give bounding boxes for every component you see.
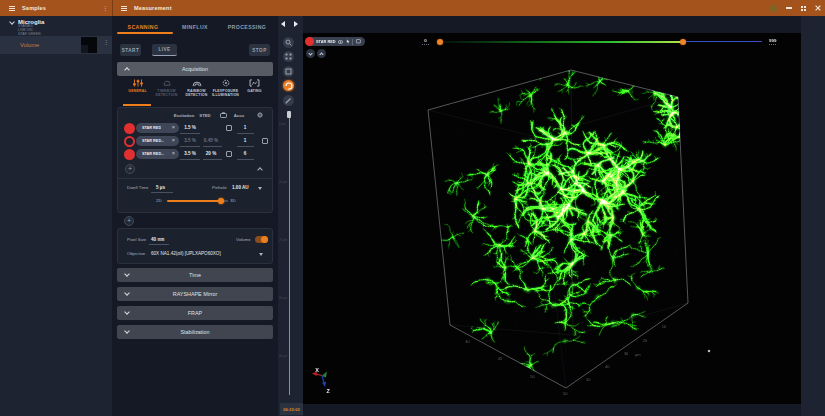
camera-checkbox[interactable] [226, 125, 232, 131]
dwell-time-value[interactable]: 5 µs [156, 185, 165, 190]
remove-channel-icon[interactable]: × [172, 125, 175, 130]
remove-channel-icon[interactable]: × [172, 151, 175, 156]
accu-value[interactable]: 1 [244, 125, 247, 130]
accu-value[interactable]: 6 [244, 151, 247, 156]
depth-tick: 10 µm [279, 180, 287, 184]
pinhole-label: Pinhole [212, 185, 227, 190]
minimize-button[interactable] [786, 7, 792, 9]
lut-max-knob[interactable] [680, 39, 686, 45]
excitation-value[interactable]: 3.5 % [184, 138, 196, 143]
viewport-channel-pill[interactable]: STAR RED [306, 37, 365, 46]
objective-value[interactable]: 60X NA1.42(oil) [UPLXAPO60XO] [151, 251, 221, 256]
expand-icon [124, 328, 130, 334]
layers-icon[interactable] [356, 39, 361, 43]
start-button[interactable]: START [120, 44, 141, 56]
chevron-down-icon [308, 51, 312, 55]
frame-icon [285, 68, 292, 75]
lut-max-value[interactable]: 999 [769, 38, 776, 45]
pinhole-dropdown-caret[interactable] [258, 187, 262, 190]
add-configuration-button[interactable]: + [124, 216, 134, 226]
pinhole-value[interactable]: 1.00 AU [232, 185, 249, 190]
subtab-timebow-detection[interactable]: TIMEBOWDETECTION [152, 79, 181, 105]
live-button[interactable]: LIVE [152, 44, 177, 56]
acquisition-title: Acquisition [182, 66, 208, 72]
subtab-rainbow-detection[interactable]: RAINBOWDETECTION [182, 79, 211, 105]
collapse-overlay-button[interactable] [306, 49, 315, 58]
viewer-tool-strip: 0 µm 10 µm 20 µm 30 µm 40 µm 00:23:03 [278, 16, 303, 416]
stop-button[interactable]: STOP [249, 44, 270, 56]
section-stabilization[interactable]: Stabilization [117, 325, 273, 339]
excitation-value[interactable]: 3.5 % [184, 151, 196, 156]
sliders-icon [133, 79, 143, 87]
tool-move-button[interactable] [283, 51, 294, 62]
channel-color-badge[interactable] [124, 136, 135, 147]
pixel-size-value[interactable]: 40 nm [151, 237, 164, 242]
tab-minflux[interactable]: MINFLUX [169, 20, 221, 33]
dye-pill[interactable]: STAR RED × [136, 123, 179, 133]
chevron-down-icon[interactable] [9, 19, 15, 25]
expand-overlay-button[interactable] [317, 49, 326, 58]
cursor-icon[interactable] [346, 39, 350, 44]
channel-color-badge[interactable] [124, 123, 135, 134]
chevron-up-icon [319, 52, 323, 56]
lut-min-knob[interactable] [437, 39, 443, 45]
measurement-panel-title: Measurement [134, 5, 172, 11]
add-channel-button[interactable]: + [125, 164, 135, 174]
dye-pill[interactable]: STAR RED... × [136, 136, 179, 146]
acquisition-section-header[interactable]: Acquisition [117, 62, 273, 76]
eye-icon[interactable] [338, 40, 343, 44]
tool-zoom-button[interactable] [283, 37, 294, 48]
samples-menu-icon[interactable] [9, 6, 15, 11]
depth-tick: 0 µm [279, 122, 285, 126]
camera-column-icon [220, 112, 227, 118]
volume-kebab-menu[interactable]: ⋮ [103, 40, 109, 44]
excitation-column-header: Excitation [174, 113, 195, 118]
expand-icon [124, 290, 130, 296]
lut-gradient-bar[interactable] [443, 41, 683, 43]
samples-kebab-menu[interactable]: ⋮ [102, 6, 108, 10]
previous-arrow-icon[interactable] [281, 21, 285, 27]
collapse-channels-icon[interactable] [257, 167, 263, 173]
channel-row: STAR RED × 1.5 % 1 [124, 122, 268, 134]
settings-checkbox[interactable] [262, 138, 268, 144]
tool-measure-button[interactable] [283, 95, 294, 106]
excitation-value[interactable]: 1.5 % [184, 125, 196, 130]
accu-value[interactable]: 1 [244, 138, 247, 143]
collapse-icon [124, 67, 130, 73]
section-time[interactable]: Time [117, 268, 273, 282]
gear-icon[interactable] [257, 112, 263, 118]
tool-region-button[interactable] [283, 66, 294, 77]
subtab-flexposure-illumination[interactable]: FLEXPOSUREILLUMINATION [211, 79, 240, 105]
sample-tree-item[interactable]: Microglia STAINED LIVE 590 STAR GREEN [10, 19, 44, 38]
section-frap[interactable]: FRAP [117, 306, 273, 320]
image-viewport[interactable]: STAR RED 0 999 X Z [303, 33, 801, 404]
rainbow-icon [192, 79, 202, 87]
tab-processing[interactable]: PROCESSING [221, 20, 273, 33]
objective-dropdown-caret[interactable] [259, 253, 263, 256]
sted3d-slider-track[interactable] [167, 200, 223, 202]
camera-checkbox[interactable] [226, 151, 232, 157]
next-arrow-icon[interactable] [294, 21, 298, 27]
subtab-general[interactable]: GENERAL [123, 79, 152, 105]
z-depth-slider-handle[interactable] [287, 111, 291, 118]
close-button[interactable] [815, 5, 821, 11]
volume-render-canvas[interactable] [303, 33, 801, 404]
section-rayshape-mirror[interactable]: RAYSHAPE Mirror [117, 287, 273, 301]
z-depth-slider[interactable] [289, 112, 290, 395]
sted3d-left-label: 2D [156, 198, 162, 203]
tool-3d-view-button[interactable] [283, 80, 294, 91]
measurement-menu-icon[interactable] [121, 6, 127, 11]
volume-list-item[interactable]: Volume ⋮ [0, 36, 112, 54]
dye-pill[interactable]: STAR RED... × [136, 149, 179, 159]
acquisition-timer: 00:23:03 [280, 403, 303, 415]
sted-value[interactable]: 0.45 % [204, 138, 218, 143]
lut-min-value[interactable]: 0 [422, 38, 429, 45]
remove-channel-icon[interactable]: × [172, 138, 175, 143]
sted3d-slider-knob[interactable] [218, 198, 224, 204]
subtab-gating[interactable]: GATING [240, 79, 269, 105]
channel-color-badge[interactable] [124, 149, 135, 160]
depth-tick: 40 µm [279, 354, 287, 358]
restore-button[interactable] [801, 6, 806, 11]
sted-value[interactable]: 20 % [206, 151, 216, 156]
volume-toggle[interactable] [255, 236, 268, 243]
